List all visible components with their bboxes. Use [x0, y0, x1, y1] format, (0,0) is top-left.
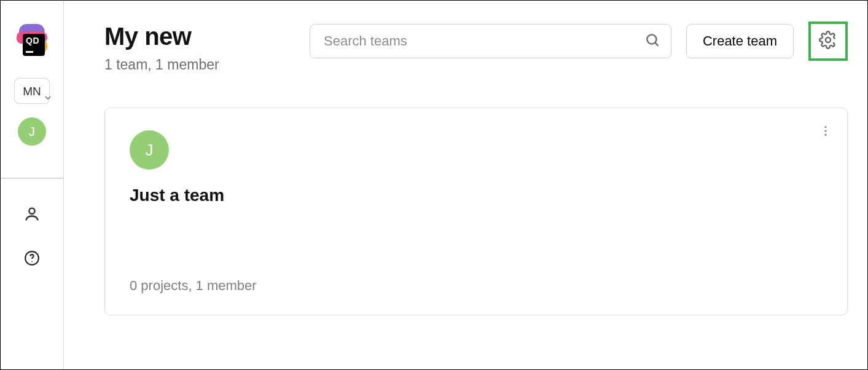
svg-point-5: [826, 37, 831, 42]
main-content: My new 1 team, 1 member Create team: [64, 1, 867, 369]
settings-button[interactable]: [808, 22, 848, 61]
team-avatar: J: [130, 130, 169, 170]
svg-point-2: [31, 261, 33, 262]
header-row: My new 1 team, 1 member Create team: [104, 23, 848, 73]
create-team-button[interactable]: Create team: [686, 24, 794, 58]
app-logo-icon[interactable]: QD: [15, 24, 49, 57]
create-team-label: Create team: [703, 33, 777, 49]
page-title: My new: [104, 23, 295, 50]
svg-point-8: [824, 134, 826, 136]
org-switcher-label: MN: [23, 85, 41, 98]
help-icon[interactable]: [23, 249, 41, 267]
gear-icon: [819, 31, 837, 52]
svg-point-0: [29, 208, 34, 213]
sidebar: QD MN J: [1, 1, 64, 369]
team-avatar-letter: J: [146, 141, 154, 160]
more-icon[interactable]: [819, 124, 832, 140]
avatar-letter: J: [29, 125, 35, 139]
search-input[interactable]: [310, 24, 671, 58]
team-meta: 0 projects, 1 member: [130, 278, 825, 294]
page-subtitle: 1 team, 1 member: [104, 57, 295, 73]
team-name: Just a team: [130, 186, 825, 205]
divider: [1, 178, 63, 179]
app-logo-text: QD: [23, 34, 45, 56]
org-switcher[interactable]: MN: [14, 78, 50, 104]
svg-point-6: [824, 126, 826, 128]
search-field: [310, 24, 671, 58]
chevron-down-icon: [43, 92, 53, 106]
team-card[interactable]: J Just a team 0 projects, 1 member: [104, 108, 848, 315]
current-user-avatar[interactable]: J: [18, 117, 46, 146]
svg-point-7: [824, 130, 826, 132]
person-icon[interactable]: [23, 205, 41, 223]
